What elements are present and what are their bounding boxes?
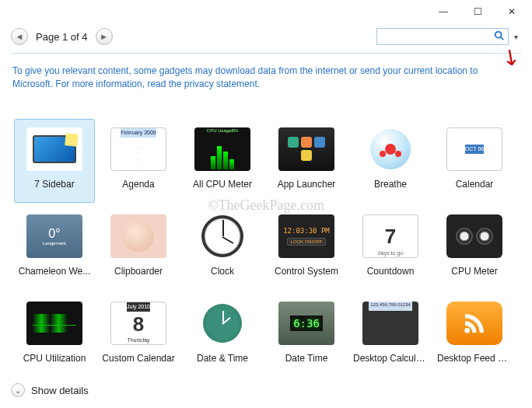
gadget-thumb	[26, 302, 82, 345]
gadget-thumb	[194, 214, 250, 258]
search-icon	[494, 30, 505, 44]
gadget-item[interactable]: 0°LangemarkChameleon We...	[14, 206, 95, 290]
toolbar: ◄ Page 1 of 4 ► ▾	[0, 23, 532, 50]
gadget-item[interactable]: February 2009Agenda	[98, 119, 179, 203]
title-bar: — ☐ ✕	[0, 0, 532, 23]
gadget-thumb	[446, 214, 502, 258]
gadget-thumb	[110, 214, 166, 258]
show-details-label: Show details	[31, 385, 89, 396]
info-text: To give you relevant content, some gadge…	[0, 54, 532, 99]
search-wrap: ▾	[376, 28, 521, 45]
gadget-label: App Launcher	[269, 179, 344, 190]
gadget-label: All CPU Meter	[185, 179, 260, 190]
gadget-item[interactable]: 123,456,789.01234Desktop Calcula...	[350, 293, 431, 377]
gadget-item[interactable]: CPU Usage8%All CPU Meter	[182, 119, 263, 203]
gadget-thumb: CPU Usage8%	[194, 127, 250, 171]
gadget-thumb	[446, 302, 502, 345]
gadget-thumb	[194, 302, 250, 345]
gadget-item[interactable]: Breathe	[350, 119, 431, 203]
gadget-label: Clipboarder	[101, 266, 176, 277]
search-dropdown-button[interactable]: ▾	[510, 33, 521, 41]
minimize-button[interactable]: —	[426, 1, 460, 23]
gadget-thumb: 123,456,789.01234	[362, 302, 418, 345]
gadget-item[interactable]: Desktop Feed R...	[434, 293, 515, 377]
svg-line-1	[501, 37, 504, 40]
maximize-icon: ☐	[474, 6, 482, 17]
gadget-label: Date & Time	[185, 353, 260, 364]
gadget-label: Calendar	[437, 179, 512, 190]
gadget-thumb	[278, 127, 334, 171]
gadget-thumb: OCT 06	[446, 127, 502, 171]
search-input[interactable]	[376, 28, 509, 45]
gadget-thumb: 0°Langemark	[26, 214, 82, 258]
gadget-thumb: 12:03:30 PMLOCK ON/OFF	[278, 214, 334, 258]
page-label: Page 1 of 4	[33, 31, 91, 43]
gadget-thumb: 7days to go	[362, 214, 418, 258]
svg-point-2	[464, 328, 470, 333]
gadget-item[interactable]: Clock	[182, 206, 263, 290]
gadget-item[interactable]: App Launcher	[266, 119, 347, 203]
gadget-item[interactable]: 6:36Date Time	[266, 293, 347, 377]
prev-page-button[interactable]: ◄	[11, 28, 28, 45]
show-details-button[interactable]: ⌄	[11, 383, 25, 397]
close-button[interactable]: ✕	[495, 1, 529, 23]
gadget-label: Breathe	[353, 179, 428, 190]
gadget-item[interactable]: Clipboarder	[98, 206, 179, 290]
gadget-item[interactable]: 7 Sidebar	[14, 119, 95, 203]
gadget-thumb: 6:36	[278, 302, 334, 345]
gadget-label: CPU Utilization	[17, 353, 92, 364]
gadget-thumb: February 2009	[110, 127, 166, 171]
close-icon: ✕	[508, 6, 516, 17]
next-page-button[interactable]: ►	[96, 28, 113, 45]
gadget-item[interactable]: Date & Time	[182, 293, 263, 377]
gadget-label: Desktop Feed R...	[437, 353, 512, 364]
gadget-label: Agenda	[101, 179, 176, 190]
gadget-item[interactable]: CPU Utilization	[14, 293, 95, 377]
svg-point-0	[495, 31, 502, 37]
gadget-label: Chameleon We...	[17, 266, 92, 277]
gadget-item[interactable]: OCT 06Calendar	[434, 119, 515, 203]
gadget-label: Control System	[269, 266, 344, 277]
page-nav: ◄ Page 1 of 4 ►	[11, 28, 113, 45]
gadget-grid: 7 SidebarFebruary 2009AgendaCPU Usage8%A…	[0, 99, 532, 377]
footer: ⌄ Show details	[11, 383, 89, 397]
minimize-icon: —	[439, 6, 448, 17]
gadget-label: CPU Meter	[437, 266, 512, 277]
gadget-item[interactable]: 7days to goCountdown	[350, 206, 431, 290]
gadget-thumb: July 20108Thursday	[110, 302, 166, 345]
gadget-item[interactable]: 12:03:30 PMLOCK ON/OFFControl System	[266, 206, 347, 290]
gadget-item[interactable]: CPU Meter	[434, 206, 515, 290]
gadget-label: Custom Calendar	[101, 353, 176, 364]
gadget-item[interactable]: July 20108ThursdayCustom Calendar	[98, 293, 179, 377]
gadget-label: Desktop Calcula...	[353, 353, 428, 364]
gadget-label: Date Time	[269, 353, 344, 364]
gadget-label: Clock	[185, 266, 260, 277]
gadget-thumb	[362, 127, 418, 171]
gadget-label: Countdown	[353, 266, 428, 277]
gadget-thumb	[26, 127, 82, 171]
maximize-button[interactable]: ☐	[460, 1, 495, 23]
gadget-label: 7 Sidebar	[17, 179, 92, 190]
